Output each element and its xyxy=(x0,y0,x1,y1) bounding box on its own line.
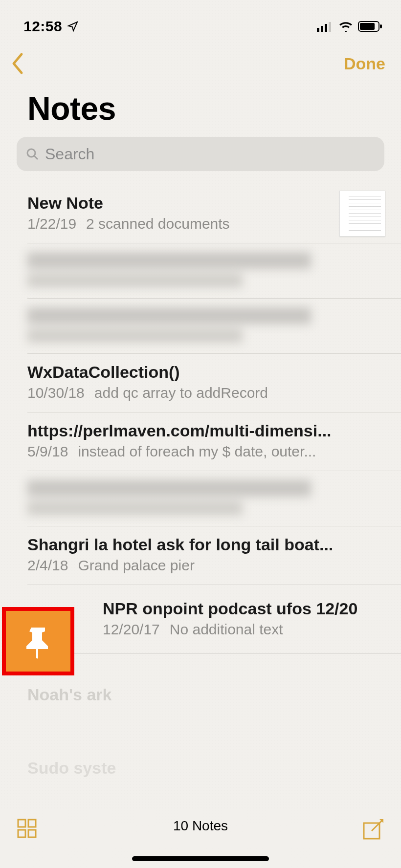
list-item-partial[interactable]: Sudo syste xyxy=(27,759,116,778)
note-preview: instead of foreach my $ date, outer... xyxy=(78,443,316,460)
note-date: 1/22/19 xyxy=(27,216,76,232)
list-item[interactable] xyxy=(0,471,401,526)
svg-rect-3 xyxy=(329,22,331,32)
chevron-left-icon xyxy=(11,52,25,75)
note-subtitle: 12/20/17 No additional text xyxy=(103,621,386,638)
separator xyxy=(27,471,401,471)
wifi-icon xyxy=(338,21,353,32)
gallery-view-button[interactable] xyxy=(17,818,37,841)
status-left: 12:58 xyxy=(23,18,79,35)
search-placeholder: Search xyxy=(45,145,94,163)
notes-list: New Note 1/22/19 2 scanned documents WxD… xyxy=(0,185,401,654)
note-title: New Note xyxy=(27,194,333,213)
note-title: https://perlmaven.com/multi-dimensi... xyxy=(27,421,340,440)
note-date: 2/4/18 xyxy=(27,557,68,574)
search-icon xyxy=(25,147,39,161)
location-icon xyxy=(67,21,79,32)
search-container: Search xyxy=(17,137,384,171)
svg-line-8 xyxy=(34,156,38,159)
list-item[interactable]: New Note 1/22/19 2 scanned documents xyxy=(0,185,401,243)
svg-rect-9 xyxy=(18,820,25,827)
note-preview: 2 scanned documents xyxy=(86,216,230,232)
svg-point-7 xyxy=(27,149,35,157)
status-bar: 12:58 xyxy=(0,0,401,39)
svg-rect-6 xyxy=(380,24,382,28)
battery-icon xyxy=(358,21,382,32)
svg-rect-5 xyxy=(360,23,375,30)
list-item[interactable]: https://perlmaven.com/multi-dimensi... 5… xyxy=(0,412,401,471)
svg-rect-2 xyxy=(325,24,327,32)
separator xyxy=(27,298,401,299)
list-item[interactable] xyxy=(0,299,401,353)
grid-icon xyxy=(17,818,37,839)
note-subtitle: 5/9/18 instead of foreach my $ date, out… xyxy=(27,443,386,460)
note-preview: Grand palace pier xyxy=(78,557,194,574)
note-title: WxDataCollection() xyxy=(27,363,340,382)
page-title: Notes xyxy=(0,78,401,137)
note-title: NPR onpoint podcast ufos 12/20 xyxy=(103,599,386,618)
compose-button[interactable] xyxy=(362,818,384,843)
note-date: 5/9/18 xyxy=(27,443,68,460)
list-item-partial[interactable]: Noah's ark xyxy=(27,685,112,704)
list-item[interactable]: WxDataCollection() 10/30/18 add qc array… xyxy=(0,354,401,412)
note-preview: add qc array to addRecord xyxy=(94,385,268,401)
search-input[interactable]: Search xyxy=(17,137,384,171)
done-button[interactable]: Done xyxy=(344,54,385,73)
nav-bar: Done xyxy=(0,39,401,78)
status-right xyxy=(317,21,382,32)
attachment-thumbnail xyxy=(339,191,385,237)
status-time: 12:58 xyxy=(23,18,62,35)
note-subtitle: 1/22/19 2 scanned documents xyxy=(27,216,333,232)
separator xyxy=(27,653,401,654)
svg-rect-10 xyxy=(28,820,36,827)
note-subtitle: 2/4/18 Grand palace pier xyxy=(27,557,386,574)
list-item[interactable] xyxy=(0,243,401,298)
pin-icon xyxy=(23,624,53,659)
pin-swipe-action[interactable] xyxy=(2,607,74,675)
separator xyxy=(27,243,401,243)
notes-count-label: 10 Notes xyxy=(0,818,401,834)
note-preview: No additional text xyxy=(170,621,283,638)
note-subtitle: 10/30/18 add qc array to addRecord xyxy=(27,385,386,401)
svg-line-14 xyxy=(372,820,382,831)
compose-icon xyxy=(362,818,384,841)
back-button[interactable] xyxy=(11,52,25,75)
svg-rect-12 xyxy=(28,830,36,837)
svg-rect-1 xyxy=(321,26,323,32)
home-indicator[interactable] xyxy=(132,856,269,861)
list-item[interactable]: Shangri la hotel ask for long tail boat.… xyxy=(0,526,401,585)
svg-rect-11 xyxy=(18,830,25,837)
svg-rect-0 xyxy=(317,28,319,32)
note-date: 12/20/17 xyxy=(103,621,160,638)
cellular-icon xyxy=(317,21,334,32)
note-date: 10/30/18 xyxy=(27,385,85,401)
note-title: Shangri la hotel ask for long tail boat.… xyxy=(27,535,340,554)
